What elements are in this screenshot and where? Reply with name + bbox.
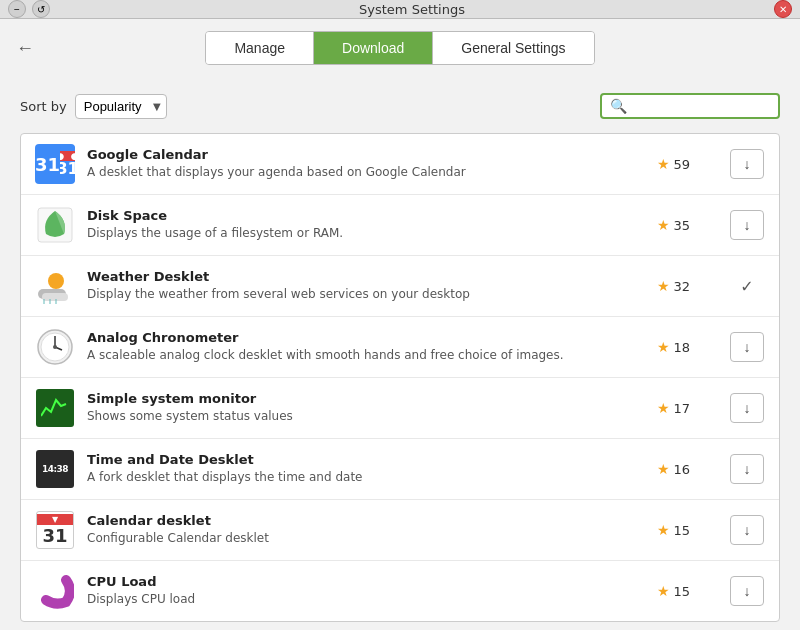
svg-rect-3 xyxy=(42,293,68,301)
item-info-timedate: Time and Date Desklet A fork desklet tha… xyxy=(87,452,645,486)
rating-value: 16 xyxy=(674,462,691,477)
item-icon-disk-space xyxy=(35,205,75,245)
star-icon: ★ xyxy=(657,461,670,477)
sort-bar: Sort by Popularity Name Date Rating ▼ 🔍 xyxy=(20,93,780,119)
star-icon: ★ xyxy=(657,522,670,538)
main-window: ← Manage Download General Settings Sort … xyxy=(0,19,800,630)
window-title: System Settings xyxy=(50,2,774,17)
list-item: Disk Space Displays the usage of a files… xyxy=(21,195,779,256)
item-icon-weather xyxy=(35,266,75,306)
item-icon-sysmon xyxy=(35,388,75,428)
item-name: CPU Load xyxy=(87,574,645,589)
item-info-chrono: Analog Chronometer A scaleable analog cl… xyxy=(87,330,645,364)
item-action: ↓ xyxy=(729,210,765,240)
item-rating: ★ 32 xyxy=(657,278,717,294)
item-rating: ★ 17 xyxy=(657,400,717,416)
download-button[interactable]: ↓ xyxy=(730,393,764,423)
star-icon: ★ xyxy=(657,156,670,172)
search-icon: 🔍 xyxy=(610,98,627,114)
sort-select[interactable]: Popularity Name Date Rating xyxy=(75,94,167,119)
star-icon: ★ xyxy=(657,217,670,233)
tab-general-settings[interactable]: General Settings xyxy=(433,32,593,64)
star-icon: ★ xyxy=(657,278,670,294)
restore-button[interactable]: ↺ xyxy=(32,0,50,18)
item-icon-google-calendar: ● ● 31 xyxy=(35,144,75,184)
download-button[interactable]: ↓ xyxy=(730,576,764,606)
tab-manage[interactable]: Manage xyxy=(206,32,314,64)
item-action: ↓ xyxy=(729,393,765,423)
download-button[interactable]: ↓ xyxy=(730,332,764,362)
item-name: Disk Space xyxy=(87,208,645,223)
item-info-google-calendar: Google Calendar A desklet that displays … xyxy=(87,147,645,181)
header: ← Manage Download General Settings xyxy=(0,19,800,77)
nav-tabs: Manage Download General Settings xyxy=(205,31,594,65)
sort-label: Sort by xyxy=(20,99,67,114)
rating-value: 32 xyxy=(674,279,691,294)
content-area: Sort by Popularity Name Date Rating ▼ 🔍 xyxy=(0,77,800,630)
item-desc: Shows some system status values xyxy=(87,408,645,425)
download-button[interactable]: ↓ xyxy=(730,454,764,484)
item-desc: Configurable Calendar desklet xyxy=(87,530,645,547)
minimize-button[interactable]: − xyxy=(8,0,26,18)
item-name: Time and Date Desklet xyxy=(87,452,645,467)
rating-value: 59 xyxy=(674,157,691,172)
item-desc: A desklet that displays your agenda base… xyxy=(87,164,645,181)
item-info-sysmon: Simple system monitor Shows some system … xyxy=(87,391,645,425)
close-button[interactable]: ✕ xyxy=(774,0,792,18)
item-icon-cpuload xyxy=(35,571,75,611)
svg-point-1 xyxy=(48,273,64,289)
star-icon: ★ xyxy=(657,339,670,355)
item-rating: ★ 15 xyxy=(657,522,717,538)
window-controls: − ↺ xyxy=(8,0,50,18)
item-action: ↓ xyxy=(729,149,765,179)
tab-download[interactable]: Download xyxy=(314,32,433,64)
item-desc: Displays CPU load xyxy=(87,591,645,608)
item-name: Analog Chronometer xyxy=(87,330,645,345)
list-item: Weather Desklet Display the weather from… xyxy=(21,256,779,317)
item-rating: ★ 59 xyxy=(657,156,717,172)
item-info-caldesk: Calendar desklet Configurable Calendar d… xyxy=(87,513,645,547)
list-item: CPU Load Displays CPU load ★ 15 ↓ xyxy=(21,561,779,621)
item-desc: A fork desklet that displays the time an… xyxy=(87,469,645,486)
list-item: Simple system monitor Shows some system … xyxy=(21,378,779,439)
item-icon-caldesk: ▼ 31 xyxy=(35,510,75,550)
list-item: ● ● 31 Google Calendar A desklet that di… xyxy=(21,134,779,195)
list-item: Analog Chronometer A scaleable analog cl… xyxy=(21,317,779,378)
installed-checkmark: ✓ xyxy=(740,277,753,296)
rating-value: 17 xyxy=(674,401,691,416)
item-action: ↓ xyxy=(729,332,765,362)
search-wrapper: 🔍 xyxy=(600,93,780,119)
search-input[interactable] xyxy=(631,99,770,114)
item-info-cpuload: CPU Load Displays CPU load xyxy=(87,574,645,608)
item-name: Calendar desklet xyxy=(87,513,645,528)
back-button[interactable]: ← xyxy=(16,38,34,59)
item-icon-timedate: 14:38 xyxy=(35,449,75,489)
rating-value: 18 xyxy=(674,340,691,355)
item-rating: ★ 15 xyxy=(657,583,717,599)
item-action-installed: ✓ xyxy=(729,277,765,296)
item-name: Google Calendar xyxy=(87,147,645,162)
item-rating: ★ 35 xyxy=(657,217,717,233)
item-name: Simple system monitor xyxy=(87,391,645,406)
item-info-disk-space: Disk Space Displays the usage of a files… xyxy=(87,208,645,242)
svg-point-11 xyxy=(53,345,57,349)
download-button[interactable]: ↓ xyxy=(730,149,764,179)
list-item: ▼ 31 Calendar desklet Configurable Calen… xyxy=(21,500,779,561)
rating-value: 15 xyxy=(674,523,691,538)
item-action: ↓ xyxy=(729,515,765,545)
item-action: ↓ xyxy=(729,454,765,484)
rating-value: 15 xyxy=(674,584,691,599)
item-rating: ★ 16 xyxy=(657,461,717,477)
download-button[interactable]: ↓ xyxy=(730,210,764,240)
item-desc: A scaleable analog clock desklet with sm… xyxy=(87,347,645,364)
item-name: Weather Desklet xyxy=(87,269,645,284)
item-action: ↓ xyxy=(729,576,765,606)
item-info-weather: Weather Desklet Display the weather from… xyxy=(87,269,645,303)
item-rating: ★ 18 xyxy=(657,339,717,355)
list-item: 14:38 Time and Date Desklet A fork deskl… xyxy=(21,439,779,500)
download-button[interactable]: ↓ xyxy=(730,515,764,545)
star-icon: ★ xyxy=(657,400,670,416)
item-desc: Displays the usage of a filesystem or RA… xyxy=(87,225,645,242)
titlebar: − ↺ System Settings ✕ xyxy=(0,0,800,19)
rating-value: 35 xyxy=(674,218,691,233)
